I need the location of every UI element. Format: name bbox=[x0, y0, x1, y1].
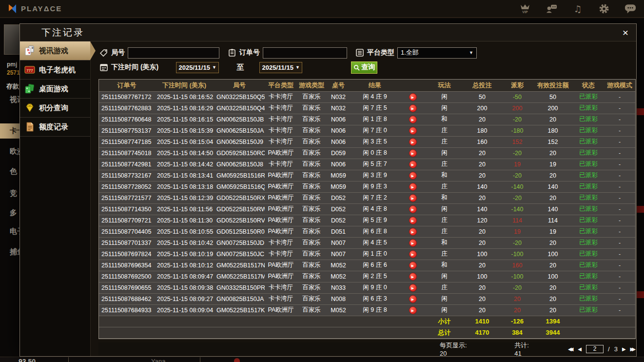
play-video-button[interactable]: ▶ bbox=[409, 261, 417, 269]
cell-total-bet: 140 bbox=[463, 181, 502, 192]
platform-type-select[interactable]: 1.全部 ▼ bbox=[397, 47, 477, 59]
round-number-input[interactable] bbox=[128, 47, 219, 59]
col-result: 结果 bbox=[351, 80, 399, 91]
cell-play: ▶ bbox=[399, 147, 426, 159]
chat-icon[interactable] bbox=[624, 3, 636, 15]
table-row: 2511150877471852025-11-15 08:15:04GN0062… bbox=[99, 136, 635, 147]
close-icon[interactable]: × bbox=[623, 27, 628, 38]
cell-status: 已派彩 bbox=[573, 282, 604, 293]
cell-total-bet: 20 bbox=[463, 192, 502, 203]
cell-result: 闲 3 庄 5 bbox=[351, 136, 399, 147]
cell-valid-bet: 20 bbox=[533, 260, 573, 271]
play-video-button[interactable]: ▶ bbox=[409, 104, 417, 112]
play-video-button[interactable]: ▶ bbox=[409, 172, 417, 180]
cell-result: 闲 5 庄 9 bbox=[351, 215, 399, 226]
cell-valid-bet: 180 bbox=[533, 125, 573, 136]
cell-mode: - bbox=[604, 147, 635, 159]
play-video-button[interactable]: ▶ bbox=[409, 217, 417, 224]
table-row: 2511150877044052025-11-15 08:10:55GD0512… bbox=[99, 226, 635, 237]
music-icon[interactable]: ♫ bbox=[572, 3, 584, 15]
play-video-button[interactable]: ▶ bbox=[409, 306, 417, 314]
dialog-content: 局号 订单号 平台类型 1.全部 bbox=[91, 41, 636, 356]
customer-service-icon[interactable] bbox=[546, 3, 557, 15]
cell-mode: - bbox=[604, 125, 635, 136]
table-row: 2511150877606482025-11-15 08:16:15GN0062… bbox=[99, 114, 635, 125]
first-page-button[interactable]: ◀◀ bbox=[568, 346, 573, 352]
play-video-button[interactable]: ▶ bbox=[409, 138, 417, 146]
settings-gear-icon[interactable] bbox=[598, 3, 610, 15]
cell-play: ▶ bbox=[399, 136, 426, 147]
cell-bet-time: 2025-11-15 08:16:15 bbox=[155, 114, 214, 125]
sidebar-item-table-games[interactable]: 桌面游戏 bbox=[20, 80, 90, 99]
cell-status: 已派彩 bbox=[573, 192, 604, 203]
search-button[interactable]: 查询 bbox=[351, 61, 377, 74]
background-right-strip bbox=[637, 18, 644, 357]
next-page-button[interactable]: ▶ bbox=[622, 346, 626, 352]
play-video-button[interactable]: ▶ bbox=[409, 273, 417, 281]
play-video-button[interactable]: ▶ bbox=[409, 228, 417, 236]
cell-order-id: 251115087688462 bbox=[99, 293, 155, 304]
play-video-button[interactable]: ▶ bbox=[409, 284, 417, 292]
cell-status: 已派彩 bbox=[573, 159, 604, 170]
date-from-select[interactable]: 2025/11/15 ▼ bbox=[176, 62, 219, 73]
play-video-button[interactable]: ▶ bbox=[409, 127, 417, 135]
page-number-input[interactable]: 2 bbox=[586, 345, 604, 353]
cell-valid-bet: 20 bbox=[533, 282, 573, 293]
points-diamond-icon bbox=[24, 102, 35, 113]
cell-payout: -20 bbox=[502, 282, 533, 293]
playace-logo-icon bbox=[8, 3, 18, 14]
play-video-button[interactable]: ▶ bbox=[409, 295, 417, 303]
play-video-button[interactable]: ▶ bbox=[409, 149, 417, 157]
cell-bet-time: 2025-11-15 08:10:19 bbox=[155, 248, 214, 260]
cell-bet-type: 闲 bbox=[426, 203, 463, 215]
cell-result: 闲 6 庄 6 bbox=[351, 260, 399, 271]
sidebar-item-live-games[interactable]: 9 K ♥ 视讯游戏 bbox=[20, 41, 90, 60]
play-video-button[interactable]: ▶ bbox=[409, 116, 417, 123]
table-row: 2511150877013372025-11-15 08:10:42GN0072… bbox=[99, 237, 635, 248]
play-video-button[interactable]: ▶ bbox=[409, 161, 417, 168]
sidebar-item-label: 电子老虎机 bbox=[39, 65, 76, 75]
cell-valid-bet: 20 bbox=[533, 114, 573, 125]
date-to-select[interactable]: 2025/11/15 ▼ bbox=[259, 62, 302, 73]
table-row: 2511150877321672025-11-15 08:13:41GM0592… bbox=[99, 170, 635, 181]
cell-order-id: 251115087753137 bbox=[99, 125, 155, 136]
table-row: 2511150876925002025-11-15 08:09:47GM0522… bbox=[99, 271, 635, 282]
cell-result: 闲 5 庄 7 bbox=[351, 159, 399, 170]
sidebar-item-quota-records[interactable]: 额度记录 bbox=[20, 118, 90, 137]
cell-platform: 卡卡湾厅 bbox=[265, 159, 297, 170]
sidebar-item-slots[interactable]: 777 电子老虎机 bbox=[20, 60, 90, 80]
cell-status: 已派彩 bbox=[573, 136, 604, 147]
play-video-button[interactable]: ▶ bbox=[409, 194, 417, 202]
cell-play: ▶ bbox=[399, 304, 426, 316]
col-valid-bet: 有效投注额 bbox=[533, 80, 573, 91]
vip-icon[interactable]: VIP bbox=[519, 3, 531, 15]
cell-game-type: 百家乐 bbox=[297, 91, 326, 102]
table-row: 2511150877143502025-11-15 08:11:56GD0522… bbox=[99, 203, 635, 215]
cell-bet-time: 2025-11-15 08:11:56 bbox=[155, 203, 214, 215]
cell-platform: 卡卡湾厅 bbox=[265, 282, 297, 293]
last-page-button[interactable]: ▶▶ bbox=[630, 346, 636, 352]
cell-status: 已派彩 bbox=[573, 260, 604, 271]
cell-game-type: 百家乐 bbox=[297, 304, 326, 316]
play-video-button[interactable]: ▶ bbox=[409, 183, 417, 191]
prev-page-button[interactable]: ◀ bbox=[578, 346, 582, 352]
cell-order-id: 251115087690655 bbox=[99, 282, 155, 293]
background-username: pmj bbox=[7, 61, 17, 68]
play-video-button[interactable]: ▶ bbox=[409, 205, 417, 213]
cell-order-id: 251115087721577 bbox=[99, 192, 155, 203]
sidebar-item-points[interactable]: 积分查询 bbox=[20, 99, 90, 118]
date-from-value: 2025/11/15 bbox=[179, 64, 210, 71]
play-video-button[interactable]: ▶ bbox=[409, 239, 417, 247]
play-video-button[interactable]: ▶ bbox=[409, 93, 417, 101]
play-video-button[interactable]: ▶ bbox=[409, 250, 417, 258]
order-number-input[interactable] bbox=[263, 47, 347, 59]
table-row: 2511150876849332025-11-15 08:09:04GM0522… bbox=[99, 304, 635, 316]
cell-platform: 卡卡湾厅 bbox=[265, 91, 297, 102]
cell-result: 闲 7 庄 0 bbox=[351, 125, 399, 136]
cell-payout: -180 bbox=[502, 125, 533, 136]
cell-game-type: 百家乐 bbox=[297, 159, 326, 170]
cell-play: ▶ bbox=[399, 192, 426, 203]
cell-bet-time: 2025-11-15 08:14:50 bbox=[155, 147, 214, 159]
cell-payout: 152 bbox=[502, 136, 533, 147]
cell-status: 已派彩 bbox=[573, 304, 604, 316]
